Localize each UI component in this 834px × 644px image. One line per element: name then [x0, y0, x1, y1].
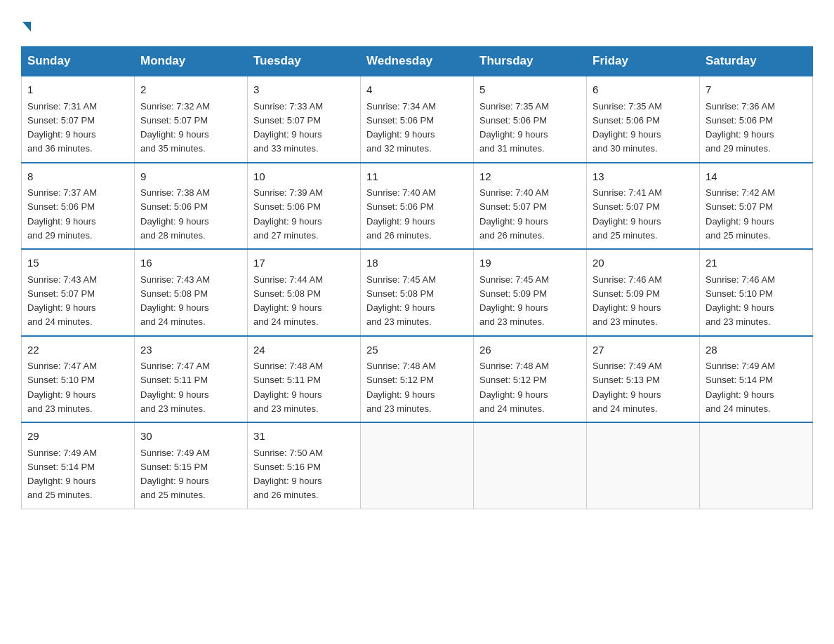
day-number: 23 — [140, 342, 241, 358]
day-info: Sunrise: 7:46 AMSunset: 5:09 PMDaylight:… — [593, 274, 662, 328]
day-info: Sunrise: 7:43 AMSunset: 5:07 PMDaylight:… — [27, 274, 97, 328]
day-number: 4 — [366, 82, 468, 98]
day-cell: 18 Sunrise: 7:45 AMSunset: 5:08 PMDaylig… — [361, 249, 474, 336]
day-info: Sunrise: 7:43 AMSunset: 5:08 PMDaylight:… — [140, 274, 210, 328]
day-cell: 2 Sunrise: 7:32 AMSunset: 5:07 PMDayligh… — [135, 76, 248, 163]
day-info: Sunrise: 7:45 AMSunset: 5:09 PMDaylight:… — [479, 274, 549, 328]
day-info: Sunrise: 7:33 AMSunset: 5:07 PMDaylight:… — [253, 101, 323, 154]
day-info: Sunrise: 7:40 AMSunset: 5:07 PMDaylight:… — [479, 187, 549, 241]
day-info: Sunrise: 7:31 AMSunset: 5:07 PMDaylight:… — [27, 101, 97, 154]
day-number: 25 — [366, 342, 468, 358]
weekday-sunday: Sunday — [22, 47, 135, 76]
day-cell: 20 Sunrise: 7:46 AMSunset: 5:09 PMDaylig… — [587, 249, 700, 336]
day-number: 6 — [593, 82, 694, 98]
day-cell: 12 Sunrise: 7:40 AMSunset: 5:07 PMDaylig… — [474, 163, 587, 250]
day-number: 18 — [366, 255, 468, 271]
calendar-body: 1 Sunrise: 7:31 AMSunset: 5:07 PMDayligh… — [22, 76, 813, 509]
day-cell: 3 Sunrise: 7:33 AMSunset: 5:07 PMDayligh… — [248, 76, 361, 163]
day-number: 1 — [27, 82, 128, 98]
day-cell: 9 Sunrise: 7:38 AMSunset: 5:06 PMDayligh… — [135, 163, 248, 250]
day-number: 26 — [479, 342, 581, 358]
day-cell: 13 Sunrise: 7:41 AMSunset: 5:07 PMDaylig… — [587, 163, 700, 250]
week-row-3: 15 Sunrise: 7:43 AMSunset: 5:07 PMDaylig… — [22, 249, 813, 336]
day-info: Sunrise: 7:45 AMSunset: 5:08 PMDaylight:… — [366, 274, 436, 328]
day-number: 10 — [253, 169, 355, 185]
day-cell: 15 Sunrise: 7:43 AMSunset: 5:07 PMDaylig… — [22, 249, 135, 336]
weekday-monday: Monday — [135, 47, 248, 76]
day-cell: 31 Sunrise: 7:50 AMSunset: 5:16 PMDaylig… — [248, 422, 361, 509]
day-number: 19 — [479, 255, 581, 271]
week-row-1: 1 Sunrise: 7:31 AMSunset: 5:07 PMDayligh… — [22, 76, 813, 163]
day-info: Sunrise: 7:35 AMSunset: 5:06 PMDaylight:… — [479, 101, 549, 154]
page-header — [21, 14, 813, 34]
day-cell — [474, 422, 587, 509]
day-cell: 4 Sunrise: 7:34 AMSunset: 5:06 PMDayligh… — [361, 76, 474, 163]
day-number: 3 — [253, 82, 355, 98]
day-number: 30 — [140, 429, 241, 445]
day-number: 12 — [479, 169, 581, 185]
day-number: 9 — [140, 169, 241, 185]
logo-general — [21, 14, 31, 36]
day-number: 7 — [706, 82, 807, 98]
day-number: 17 — [253, 255, 355, 271]
day-info: Sunrise: 7:46 AMSunset: 5:10 PMDaylight:… — [706, 274, 775, 328]
day-info: Sunrise: 7:34 AMSunset: 5:06 PMDaylight:… — [366, 101, 436, 154]
day-info: Sunrise: 7:41 AMSunset: 5:07 PMDaylight:… — [593, 187, 662, 241]
day-info: Sunrise: 7:40 AMSunset: 5:06 PMDaylight:… — [366, 187, 436, 241]
day-number: 8 — [27, 169, 128, 185]
day-number: 27 — [593, 342, 694, 358]
day-info: Sunrise: 7:37 AMSunset: 5:06 PMDaylight:… — [27, 187, 97, 241]
day-cell: 1 Sunrise: 7:31 AMSunset: 5:07 PMDayligh… — [22, 76, 135, 163]
day-cell: 14 Sunrise: 7:42 AMSunset: 5:07 PMDaylig… — [700, 163, 813, 250]
day-cell: 16 Sunrise: 7:43 AMSunset: 5:08 PMDaylig… — [135, 249, 248, 336]
day-number: 2 — [140, 82, 241, 98]
day-cell: 6 Sunrise: 7:35 AMSunset: 5:06 PMDayligh… — [587, 76, 700, 163]
day-info: Sunrise: 7:49 AMSunset: 5:14 PMDaylight:… — [706, 361, 775, 414]
day-cell: 26 Sunrise: 7:48 AMSunset: 5:12 PMDaylig… — [474, 336, 587, 423]
day-number: 16 — [140, 255, 241, 271]
day-info: Sunrise: 7:47 AMSunset: 5:11 PMDaylight:… — [140, 361, 210, 414]
day-info: Sunrise: 7:50 AMSunset: 5:16 PMDaylight:… — [253, 448, 323, 501]
day-number: 31 — [253, 429, 355, 445]
week-row-5: 29 Sunrise: 7:49 AMSunset: 5:14 PMDaylig… — [22, 422, 813, 509]
day-info: Sunrise: 7:49 AMSunset: 5:15 PMDaylight:… — [140, 448, 210, 501]
weekday-wednesday: Wednesday — [361, 47, 474, 76]
day-info: Sunrise: 7:42 AMSunset: 5:07 PMDaylight:… — [706, 187, 775, 241]
day-info: Sunrise: 7:36 AMSunset: 5:06 PMDaylight:… — [706, 101, 775, 154]
day-info: Sunrise: 7:49 AMSunset: 5:13 PMDaylight:… — [593, 361, 662, 414]
day-number: 22 — [27, 342, 128, 358]
day-cell — [700, 422, 813, 509]
day-number: 29 — [27, 429, 128, 445]
weekday-saturday: Saturday — [700, 47, 813, 76]
day-cell: 24 Sunrise: 7:48 AMSunset: 5:11 PMDaylig… — [248, 336, 361, 423]
day-info: Sunrise: 7:35 AMSunset: 5:06 PMDaylight:… — [593, 101, 662, 154]
day-cell: 19 Sunrise: 7:45 AMSunset: 5:09 PMDaylig… — [474, 249, 587, 336]
day-cell: 7 Sunrise: 7:36 AMSunset: 5:06 PMDayligh… — [700, 76, 813, 163]
week-row-2: 8 Sunrise: 7:37 AMSunset: 5:06 PMDayligh… — [22, 163, 813, 250]
day-info: Sunrise: 7:48 AMSunset: 5:12 PMDaylight:… — [479, 361, 549, 414]
day-cell — [587, 422, 700, 509]
day-number: 15 — [27, 255, 128, 271]
day-info: Sunrise: 7:49 AMSunset: 5:14 PMDaylight:… — [27, 448, 97, 501]
day-cell: 11 Sunrise: 7:40 AMSunset: 5:06 PMDaylig… — [361, 163, 474, 250]
day-number: 13 — [593, 169, 694, 185]
weekday-header-row: SundayMondayTuesdayWednesdayThursdayFrid… — [22, 47, 813, 76]
day-info: Sunrise: 7:32 AMSunset: 5:07 PMDaylight:… — [140, 101, 210, 154]
day-info: Sunrise: 7:48 AMSunset: 5:12 PMDaylight:… — [366, 361, 436, 414]
logo — [21, 14, 31, 34]
day-info: Sunrise: 7:44 AMSunset: 5:08 PMDaylight:… — [253, 274, 323, 328]
day-cell: 30 Sunrise: 7:49 AMSunset: 5:15 PMDaylig… — [135, 422, 248, 509]
day-cell: 17 Sunrise: 7:44 AMSunset: 5:08 PMDaylig… — [248, 249, 361, 336]
day-number: 5 — [479, 82, 581, 98]
day-number: 11 — [366, 169, 468, 185]
day-cell: 21 Sunrise: 7:46 AMSunset: 5:10 PMDaylig… — [700, 249, 813, 336]
weekday-thursday: Thursday — [474, 47, 587, 76]
calendar-table: SundayMondayTuesdayWednesdayThursdayFrid… — [21, 46, 813, 509]
logo-arrow-icon — [22, 22, 31, 32]
day-cell: 8 Sunrise: 7:37 AMSunset: 5:06 PMDayligh… — [22, 163, 135, 250]
day-cell: 5 Sunrise: 7:35 AMSunset: 5:06 PMDayligh… — [474, 76, 587, 163]
day-number: 14 — [706, 169, 807, 185]
day-cell: 29 Sunrise: 7:49 AMSunset: 5:14 PMDaylig… — [22, 422, 135, 509]
day-info: Sunrise: 7:38 AMSunset: 5:06 PMDaylight:… — [140, 187, 210, 241]
day-number: 28 — [706, 342, 807, 358]
